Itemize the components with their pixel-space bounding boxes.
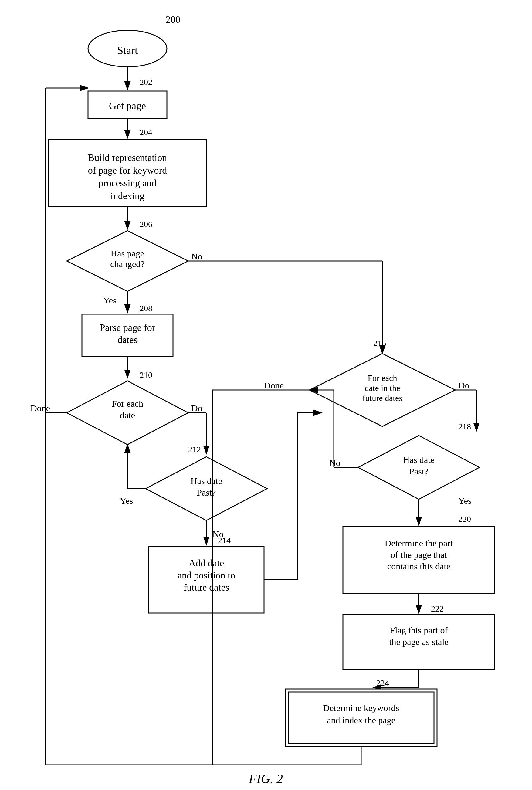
pagechanged-text-1: Has page [111, 248, 145, 258]
pagechanged-no: No [191, 251, 203, 261]
adddate-text-2: and position to [177, 570, 235, 581]
foreach-done: Done [30, 403, 50, 413]
foreach-future-done: Done [264, 380, 284, 390]
label-224: 224 [376, 678, 389, 688]
datepast-right-no: No [329, 458, 341, 468]
datepast-right-text-2: Past? [409, 466, 428, 476]
label-218: 218 [458, 422, 471, 431]
datepast-left-yes: Yes [120, 496, 133, 506]
start-text: Start [117, 44, 138, 56]
label-208: 208 [139, 304, 152, 313]
datepast-right-yes: Yes [458, 496, 472, 506]
determine-text-3: contains this date [387, 561, 450, 571]
foreach-future-text-3: future dates [362, 393, 402, 403]
label-216: 216 [373, 339, 386, 348]
foreach-text-2: date [120, 410, 135, 420]
determine-text-2: of the page that [391, 550, 447, 560]
parse-text-2: dates [117, 334, 137, 345]
label-214: 214 [218, 536, 231, 545]
determine-text-1: Determine the part [385, 538, 453, 548]
build-text-2: of page for keyword [88, 165, 167, 176]
foreach-future-do: Do [458, 380, 470, 390]
foreach-future-text-2: date in the [365, 383, 400, 393]
keywords-text-2: and index the page [327, 715, 395, 725]
label-206: 206 [139, 219, 152, 229]
flowchart-svg: 200 Start 202 Get page 204 Build represe… [0, 0, 532, 790]
datepast-right-text-1: Has date [403, 455, 435, 465]
foreach-text-1: For each [112, 399, 143, 408]
adddate-text-1: Add date [189, 558, 224, 569]
fig-caption: FIG. 2 [249, 772, 283, 786]
keywords-text-1: Determine keywords [323, 703, 399, 713]
pagechanged-yes: Yes [103, 295, 116, 305]
foreach-do: Do [191, 403, 203, 413]
flag-text-2: the page as stale [389, 637, 449, 647]
datepast-left-text-2: Past? [197, 487, 216, 497]
flag-text-1: Flag this part of [390, 625, 448, 635]
parse-text-1: Parse page for [99, 322, 155, 333]
label-200: 200 [166, 14, 180, 25]
label-220: 220 [458, 515, 471, 524]
label-212: 212 [188, 445, 201, 454]
foreach-future-text-1: For each [367, 373, 397, 383]
build-text-3: processing and [98, 177, 156, 189]
label-202: 202 [139, 77, 152, 87]
adddate-text-3: future dates [184, 582, 229, 593]
build-text-1: Build representation [88, 152, 167, 163]
label-210: 210 [139, 370, 152, 380]
pagechanged-text-2: changed? [110, 259, 145, 269]
getpage-text: Get page [109, 100, 146, 111]
label-204: 204 [139, 128, 152, 137]
diagram-container: 200 Start 202 Get page 204 Build represe… [0, 0, 532, 790]
box-determine [343, 526, 495, 593]
build-text-4: indexing [111, 190, 145, 201]
datepast-left-text-1: Has date [191, 476, 222, 486]
label-222: 222 [431, 604, 444, 613]
